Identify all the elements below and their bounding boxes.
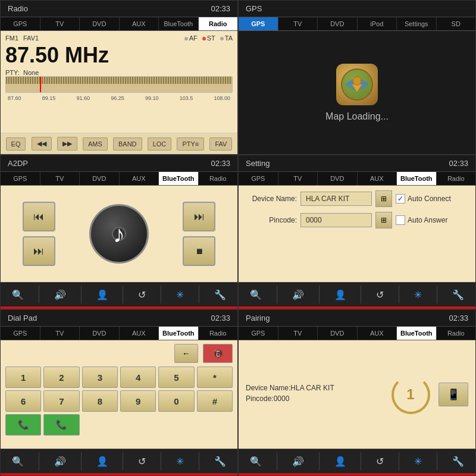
key-9[interactable]: 9 [120,390,156,412]
pairing-tab-radio[interactable]: Radio [437,327,476,340]
pairing-refresh-icon[interactable]: ↺ [372,453,387,469]
dialpad-tab-bluetooth[interactable]: BlueTooth [159,327,199,340]
pairing-tab-bluetooth[interactable]: BlueTooth [397,327,437,340]
dialpad-contact-icon[interactable]: 👤 [93,453,112,469]
prev-track2-button[interactable]: ⏭ [23,236,55,266]
divider5 [199,286,199,303]
pairing-tab-tv[interactable]: TV [278,327,318,340]
dialpad-tab-gps[interactable]: GPS [1,327,40,340]
dialpad-statusbar: 🔍 🔊 👤 ↺ ✳ 🔧 [1,449,237,474]
key-0[interactable]: 0 [158,390,194,412]
key-6[interactable]: 6 [5,390,41,412]
a2dp-tab-gps[interactable]: GPS [1,172,40,185]
pairing-search-icon[interactable]: 🔍 [246,453,265,469]
key-hash[interactable]: # [197,390,233,412]
setting-tab-radio[interactable]: Radio [437,172,476,185]
gps-tab-ipod[interactable]: iPod [358,17,397,30]
dialpad-settings-icon[interactable]: 🔧 [211,453,230,469]
prev-button[interactable]: ◀◀ [32,137,52,151]
setting-bluetooth-icon[interactable]: ✳ [411,287,425,303]
bluetooth-icon[interactable]: ✳ [173,287,187,303]
pincode-grid-btn[interactable]: ⊞ [375,212,392,228]
key-8[interactable]: 8 [82,390,118,412]
next-button[interactable]: ▶▶ [57,137,77,151]
next-track-button[interactable]: ⏭ [183,202,215,231]
dialpad-search-icon[interactable]: 🔍 [8,453,27,469]
pty-button[interactable]: PTY≡ [177,137,204,151]
call-button2[interactable]: 📞 [43,414,79,436]
dialpad-bluetooth-icon[interactable]: ✳ [173,453,187,469]
gps-tab-gps[interactable]: GPS [239,17,278,30]
auto-connect-checkbox[interactable]: ✓ [396,194,405,203]
gps-tab-sd[interactable]: SD [437,17,476,30]
setting-tab-aux[interactable]: AUX [358,172,397,185]
band-button[interactable]: BAND [113,137,142,151]
gps-nav: GPS TV DVD iPod Settings SD [239,17,475,31]
dialpad-tab-tv[interactable]: TV [40,327,80,340]
settings-icon[interactable]: 🔧 [211,287,230,303]
pincode-input[interactable] [300,213,372,227]
device-name-grid-btn[interactable]: ⊞ [375,190,392,207]
pairing-tab-aux[interactable]: AUX [358,327,397,340]
contact-icon[interactable]: 👤 [93,287,112,303]
a2dp-tab-aux[interactable]: AUX [120,172,159,185]
dialpad-tab-dvd[interactable]: DVD [80,327,120,340]
loc-button[interactable]: LOC [148,137,172,151]
pairing-content: Device Name:HLA CAR KIT Pincode:0000 1 📱 [239,340,475,449]
tab-aux[interactable]: AUX [120,17,159,30]
gps-tab-dvd[interactable]: DVD [318,17,358,30]
tab-radio[interactable]: Radio [199,17,238,30]
setting-volume-icon[interactable]: 🔊 [289,287,308,303]
ams-button[interactable]: AMS [83,137,108,151]
a2dp-tab-radio[interactable]: Radio [199,172,238,185]
gps-tab-settings[interactable]: Settings [397,17,437,30]
hangup-button[interactable]: 📵 [203,344,233,363]
pairing-contact-icon[interactable]: 👤 [331,453,350,469]
tab-tv[interactable]: TV [40,17,80,30]
setting-contact-icon[interactable]: 👤 [331,287,350,303]
pairing-phone-button[interactable]: 📱 [439,383,468,406]
fav-button[interactable]: FAV [209,137,232,151]
auto-answer-checkbox[interactable] [396,215,405,225]
setting-tab-dvd[interactable]: DVD [318,172,358,185]
eq-button[interactable]: EQ [6,137,26,151]
a2dp-tab-dvd[interactable]: DVD [80,172,120,185]
tab-gps[interactable]: GPS [1,17,40,30]
key-5[interactable]: 5 [158,367,194,388]
delete-button[interactable]: ← [174,344,198,363]
setting-refresh-icon[interactable]: ↺ [372,287,387,303]
prev-track-button[interactable]: ⏮ [23,202,55,231]
key-star[interactable]: * [197,367,233,388]
key-1[interactable]: 1 [5,367,41,388]
setting-settings-icon[interactable]: 🔧 [449,287,468,303]
pairing-bluetooth-icon[interactable]: ✳ [411,453,425,469]
dialpad-refresh-icon[interactable]: ↺ [134,453,149,469]
dialpad-tab-radio[interactable]: Radio [199,327,238,340]
pairing-volume-icon[interactable]: 🔊 [289,453,308,469]
a2dp-tab-bluetooth[interactable]: BlueTooth [159,172,199,185]
search-icon[interactable]: 🔍 [8,287,27,303]
setting-tab-gps[interactable]: GPS [239,172,278,185]
call-button1[interactable]: 📞 [5,414,41,436]
key-4[interactable]: 4 [120,367,156,388]
pairing-settings-icon[interactable]: 🔧 [449,453,468,469]
pairing-tab-gps[interactable]: GPS [239,327,278,340]
setting-tab-tv[interactable]: TV [278,172,318,185]
stop-button[interactable]: ⏹ [183,236,215,266]
a2dp-title: A2DP [8,159,28,168]
dialpad-tab-aux[interactable]: AUX [120,327,159,340]
key-7[interactable]: 7 [43,390,79,412]
key-2[interactable]: 2 [43,367,79,388]
refresh-icon[interactable]: ↺ [134,287,149,303]
pairing-tab-dvd[interactable]: DVD [318,327,358,340]
setting-search-icon[interactable]: 🔍 [246,287,265,303]
key-3[interactable]: 3 [82,367,118,388]
gps-tab-tv[interactable]: TV [278,17,318,30]
volume-icon[interactable]: 🔊 [51,287,70,303]
setting-tab-bluetooth[interactable]: BlueTooth [397,172,437,185]
a2dp-tab-tv[interactable]: TV [40,172,80,185]
tab-bluetooth[interactable]: BlueTooth [159,17,199,30]
dialpad-volume-icon[interactable]: 🔊 [51,453,70,469]
tab-dvd[interactable]: DVD [80,17,120,30]
device-name-input[interactable] [300,192,372,206]
